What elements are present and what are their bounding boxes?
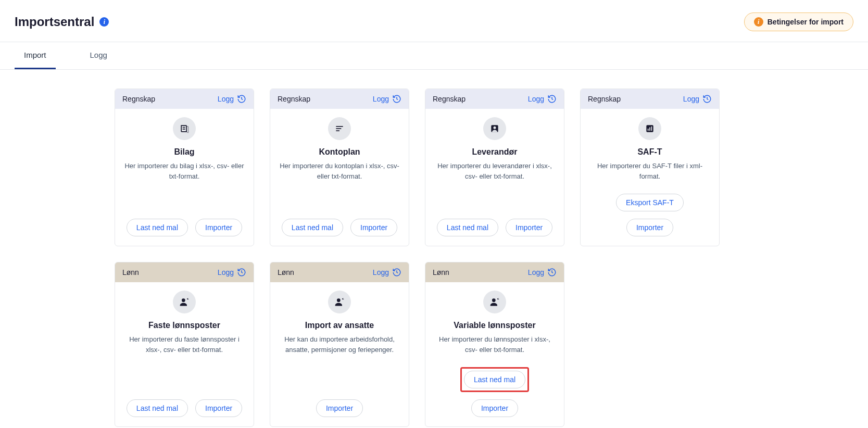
card-log-link[interactable]: Logg: [528, 268, 557, 277]
chart-icon: [638, 117, 661, 140]
import-button[interactable]: Importer: [471, 399, 518, 417]
card-category: Lønn: [433, 268, 449, 276]
card-log-label: Logg: [373, 268, 389, 276]
card-log-link[interactable]: Logg: [373, 94, 401, 104]
import-card: RegnskapLoggBilagHer importerer du bilag…: [115, 89, 254, 246]
highlighted-action: Last ned mal: [460, 367, 529, 392]
import-card: LønnLogg+Variable lønnsposterHer importe…: [425, 262, 564, 427]
card-header: LønnLogg: [425, 262, 564, 282]
card-category: Regnskap: [433, 95, 466, 103]
card-header: RegnskapLogg: [270, 89, 409, 109]
card-body: KontoplanHer importerer du kontoplan i x…: [270, 109, 409, 186]
svg-point-11: [337, 298, 341, 302]
svg-rect-2: [336, 130, 339, 131]
person-plus-icon: +: [173, 291, 196, 313]
card-log-link[interactable]: Logg: [528, 94, 557, 104]
list-icon: [328, 117, 351, 140]
card-actions: Importer: [270, 392, 409, 426]
svg-point-4: [494, 127, 496, 129]
card-description: Her importerer du leverandører i xlsx-, …: [435, 161, 555, 181]
card-actions: Last ned malImporter: [115, 211, 254, 246]
svg-text:+: +: [342, 297, 344, 301]
import-button[interactable]: Importer: [506, 219, 552, 236]
card-body: +Faste lønnsposterHer importerer du fast…: [115, 282, 254, 360]
card-header: LønnLogg: [270, 262, 409, 282]
card-header: RegnskapLogg: [581, 89, 719, 109]
svg-text:+: +: [497, 297, 499, 301]
conditions-label: Betingelser for import: [768, 18, 844, 26]
history-icon: [392, 94, 401, 104]
card-header: RegnskapLogg: [115, 89, 254, 109]
card-category: Regnskap: [588, 95, 621, 103]
history-icon: [547, 268, 557, 277]
card-log-link[interactable]: Logg: [683, 94, 712, 104]
card-title: Bilag: [174, 147, 194, 157]
card-actions: Last ned malImporter: [425, 211, 564, 246]
card-category: Regnskap: [122, 95, 155, 103]
card-description: Her importerer du bilag i xlsx-, csv- el…: [124, 161, 244, 181]
import-button[interactable]: Importer: [195, 399, 242, 417]
card-description: Her importerer du SAF-T filer i xml-form…: [590, 161, 710, 181]
import-button[interactable]: Importer: [316, 399, 363, 417]
card-description: Her importerer du kontoplan i xlsx-, csv…: [280, 161, 399, 181]
import-card: LønnLogg+Faste lønnsposterHer importerer…: [115, 262, 254, 427]
svg-point-13: [492, 298, 496, 302]
card-log-label: Logg: [528, 95, 544, 103]
tab-logg[interactable]: Logg: [81, 42, 117, 69]
card-log-label: Logg: [218, 268, 234, 276]
import-button[interactable]: Importer: [195, 219, 242, 236]
history-icon: [547, 94, 557, 104]
export-saft-button[interactable]: Eksport SAF-T: [616, 194, 684, 211]
card-grid: RegnskapLoggBilagHer importerer du bilag…: [0, 70, 868, 428]
card-body: LeverandørHer importerer du leverandører…: [425, 109, 564, 186]
import-button[interactable]: Importer: [626, 219, 673, 236]
history-icon: [392, 268, 401, 277]
svg-point-9: [182, 298, 185, 302]
info-icon[interactable]: i: [99, 17, 109, 27]
card-log-label: Logg: [528, 268, 544, 276]
download-template-button[interactable]: Last ned mal: [464, 371, 525, 388]
card-actions: Last ned malImporter: [270, 211, 409, 246]
download-template-button[interactable]: Last ned mal: [437, 219, 498, 236]
card-log-link[interactable]: Logg: [373, 268, 401, 277]
card-actions: Eksport SAF-TImporter: [581, 186, 719, 246]
conditions-button[interactable]: i Betingelser for import: [744, 12, 853, 31]
page-title: Importsentral: [15, 15, 94, 29]
card-actions: Last ned malImporter: [425, 360, 564, 426]
card-title: Import av ansatte: [305, 321, 374, 330]
import-card: RegnskapLoggSAF-THer importerer du SAF-T…: [580, 89, 720, 246]
download-template-button[interactable]: Last ned mal: [282, 219, 343, 236]
receipt-icon: [173, 117, 196, 140]
svg-rect-0: [336, 126, 343, 127]
card-log-link[interactable]: Logg: [218, 94, 246, 104]
svg-rect-7: [649, 128, 650, 131]
history-icon: [237, 94, 246, 104]
person-plus-icon: +: [328, 291, 351, 313]
import-card: RegnskapLoggLeverandørHer importerer du …: [425, 89, 564, 246]
card-category: Regnskap: [278, 95, 310, 103]
download-template-button[interactable]: Last ned mal: [127, 399, 188, 417]
svg-rect-8: [651, 127, 652, 131]
card-body: +Import av ansatteHer kan du importere a…: [270, 282, 409, 360]
history-icon: [237, 268, 246, 277]
svg-text:+: +: [187, 297, 189, 301]
tab-import[interactable]: Import: [15, 42, 56, 69]
card-title: Leverandør: [472, 147, 517, 157]
card-description: Her importerer du lønnsposter i xlsx-, c…: [435, 334, 555, 355]
card-title: Kontoplan: [319, 147, 360, 157]
svg-rect-1: [336, 128, 341, 129]
card-category: Lønn: [122, 268, 139, 276]
card-title: Variable lønnsposter: [454, 321, 535, 330]
card-category: Lønn: [278, 268, 294, 276]
history-icon: [702, 94, 712, 104]
account-icon: [483, 117, 506, 140]
person-plus-icon: +: [483, 291, 506, 313]
card-log-link[interactable]: Logg: [218, 268, 246, 277]
card-description: Her importerer du faste lønnsposter i xl…: [124, 334, 244, 355]
import-button[interactable]: Importer: [350, 219, 397, 236]
card-log-label: Logg: [218, 95, 234, 103]
card-title: SAF-T: [637, 147, 662, 157]
card-body: BilagHer importerer du bilag i xlsx-, cs…: [115, 109, 254, 186]
download-template-button[interactable]: Last ned mal: [127, 219, 188, 236]
import-card: LønnLogg+Import av ansatteHer kan du imp…: [270, 262, 409, 427]
